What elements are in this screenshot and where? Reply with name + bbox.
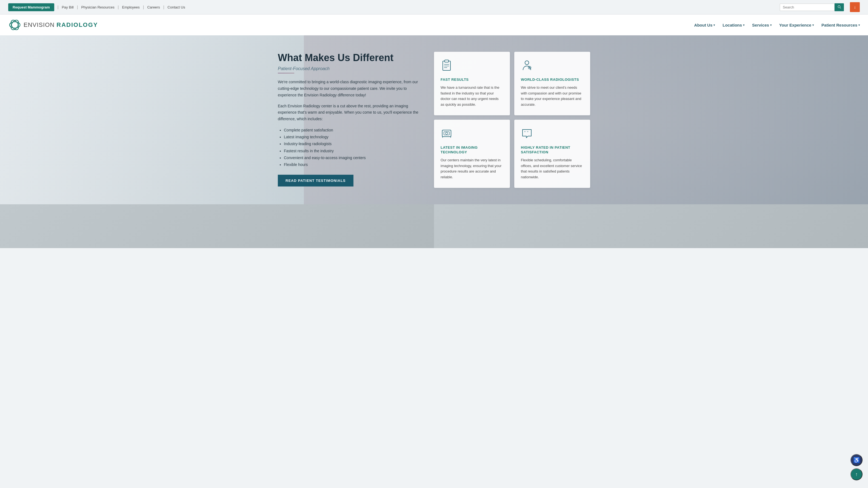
chevron-down-icon: ▾ <box>812 24 814 27</box>
list-item: Latest imaging technology <box>284 134 420 140</box>
nav-locations[interactable]: Locations ▾ <box>722 23 744 27</box>
speech-bubble-icon: " " <box>521 127 584 141</box>
separator-2: | <box>77 5 78 9</box>
card-2-desc: We strive to meet our client's needs wit… <box>521 85 584 108</box>
download-icon: ↓ <box>854 5 856 9</box>
chevron-down-icon: ▾ <box>770 24 772 27</box>
contact-us-link[interactable]: Contact Us <box>167 5 185 9</box>
list-item: Complete patient satisfaction <box>284 127 420 134</box>
hero-desc-1: We're committed to bringing a world-clas… <box>278 79 420 98</box>
svg-line-1 <box>840 7 841 8</box>
download-button[interactable]: ↓ <box>850 2 860 12</box>
chevron-down-icon: ▾ <box>859 24 860 27</box>
card-3-title: LATEST IN IMAGING TECHNOLOGY <box>441 145 503 155</box>
svg-rect-5 <box>443 61 451 70</box>
list-item: Flexible hours <box>284 161 420 168</box>
feature-card-imaging: LATEST IN IMAGING TECHNOLOGY Our centers… <box>434 120 510 188</box>
hero-subtitle: Patient-Focused Approach <box>278 66 420 71</box>
bottom-area <box>0 204 868 248</box>
card-4-title: HIGHLY RATED IN PATIENT SATISFACTION <box>521 145 584 155</box>
hero-section: What Makes Us Different Patient-Focused … <box>0 35 868 204</box>
physician-resources-link[interactable]: Physician Resources <box>81 5 114 9</box>
bottom-area-left <box>0 204 434 248</box>
svg-text:": " <box>527 131 529 135</box>
separator-1: | <box>58 5 59 9</box>
feature-card-fast-results: FAST RESULTS We have a turnaround rate t… <box>434 52 510 115</box>
logo-text: ENVISION RADIOLOGY <box>24 21 98 29</box>
nav-services[interactable]: Services ▾ <box>752 23 772 27</box>
search-icon <box>837 5 841 9</box>
card-4-desc: Flexible scheduling, comfortable offices… <box>521 158 584 180</box>
svg-point-16 <box>445 132 448 134</box>
careers-link[interactable]: Careers <box>147 5 160 9</box>
separator-3: | <box>118 5 119 9</box>
hero-text-column: What Makes Us Different Patient-Focused … <box>278 52 420 187</box>
nav-your-experience[interactable]: Your Experience ▾ <box>779 23 814 27</box>
hero-content: What Makes Us Different Patient-Focused … <box>270 35 598 204</box>
clipboard-icon <box>441 59 503 74</box>
svg-point-0 <box>838 5 840 8</box>
search-wrap <box>780 3 844 11</box>
card-2-title: WORLD-CLASS RADIOLOGISTS <box>521 77 584 82</box>
svg-rect-6 <box>445 60 448 62</box>
list-item: Industry-leading radiologists <box>284 140 420 147</box>
utility-bar: Request Mammogram | Pay Bill | Physician… <box>0 0 868 14</box>
hero-divider <box>278 73 294 73</box>
hero-desc-2: Each Envision Radiology center is a cut … <box>278 103 420 122</box>
svg-point-4 <box>9 19 20 31</box>
card-1-desc: We have a turnaround rate that is the fa… <box>441 85 503 108</box>
main-navigation: ENVISION RADIOLOGY About Us ▾ Locations … <box>0 14 868 35</box>
separator-5: | <box>163 5 164 9</box>
employees-link[interactable]: Employees <box>122 5 140 9</box>
feature-card-satisfaction: " " HIGHLY RATED IN PATIENT SATISFACTION… <box>514 120 590 188</box>
mri-icon <box>441 127 503 141</box>
search-button[interactable] <box>835 3 844 11</box>
logo[interactable]: ENVISION RADIOLOGY <box>8 18 98 32</box>
logo-icon <box>8 18 21 32</box>
svg-point-10 <box>525 61 529 65</box>
card-3-desc: Our centers maintain the very latest in … <box>441 158 503 180</box>
doctor-icon <box>521 59 584 74</box>
bottom-area-right <box>434 204 868 248</box>
card-1-title: FAST RESULTS <box>441 77 503 82</box>
list-item: Convenient and easy-to-access imaging ce… <box>284 155 420 161</box>
page-title: What Makes Us Different <box>278 52 420 64</box>
request-mammogram-button[interactable]: Request Mammogram <box>8 3 54 11</box>
list-item: Fastest results in the industry <box>284 148 420 155</box>
nav-patient-resources[interactable]: Patient Resources ▾ <box>822 23 860 27</box>
feature-card-radiologists: WORLD-CLASS RADIOLOGISTS We strive to me… <box>514 52 590 115</box>
chevron-down-icon: ▾ <box>743 24 744 27</box>
feature-cards-grid: FAST RESULTS We have a turnaround rate t… <box>434 52 590 188</box>
chevron-down-icon: ▾ <box>713 24 715 27</box>
svg-text:": " <box>524 131 526 135</box>
nav-links: About Us ▾ Locations ▾ Services ▾ Your E… <box>694 23 860 27</box>
hero-feature-list: Complete patient satisfaction Latest ima… <box>278 127 420 168</box>
nav-about-us[interactable]: About Us ▾ <box>694 23 715 27</box>
search-input[interactable] <box>780 4 835 11</box>
pay-bill-link[interactable]: Pay Bill <box>62 5 73 9</box>
separator-4: | <box>143 5 144 9</box>
svg-rect-14 <box>442 130 451 137</box>
read-testimonials-button[interactable]: READ PATIENT TESTIMONIALS <box>278 175 353 187</box>
